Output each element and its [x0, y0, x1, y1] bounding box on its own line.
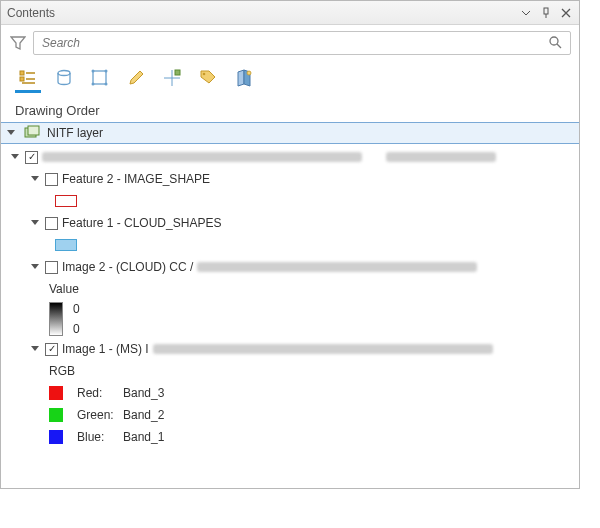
- table-row[interactable]: [5, 146, 575, 168]
- value-heading: Value: [49, 282, 79, 296]
- search-input[interactable]: [40, 35, 548, 51]
- feature2-label: Feature 2 - IMAGE_SHAPE: [62, 172, 210, 186]
- list-by-selection-button[interactable]: [87, 67, 113, 93]
- dropdown-icon[interactable]: [519, 6, 533, 20]
- blue-prefix: Blue:: [77, 430, 119, 444]
- list-by-labeling-button[interactable]: [195, 67, 221, 93]
- redacted-label: [42, 152, 362, 162]
- expand-toggle[interactable]: [29, 261, 41, 273]
- contents-toolbar: [1, 59, 579, 93]
- rgb-heading: RGB: [49, 364, 75, 378]
- red-prefix: Red:: [77, 386, 119, 400]
- blue-band: Band_1: [123, 430, 164, 444]
- visibility-checkbox[interactable]: [45, 173, 58, 186]
- search-icon[interactable]: [548, 35, 564, 51]
- svg-rect-17: [175, 70, 180, 75]
- expand-toggle[interactable]: [29, 173, 41, 185]
- svg-rect-21: [28, 126, 39, 135]
- autohide-pin-icon[interactable]: [539, 6, 553, 20]
- symbol-row[interactable]: [5, 234, 575, 256]
- gradient-swatch: [49, 302, 63, 336]
- svg-point-19: [247, 71, 251, 75]
- list-by-data-source-button[interactable]: [51, 67, 77, 93]
- svg-point-14: [105, 82, 108, 85]
- green-swatch: [49, 408, 63, 422]
- svg-rect-0: [544, 8, 548, 14]
- expand-toggle[interactable]: [29, 343, 41, 355]
- table-row[interactable]: Feature 1 - CLOUD_SHAPES: [5, 212, 575, 234]
- panel-titlebar: Contents: [1, 1, 579, 25]
- visibility-checkbox[interactable]: [45, 343, 58, 356]
- blue-swatch: [49, 430, 63, 444]
- svg-rect-4: [20, 71, 24, 75]
- rgb-red-row: Red: Band_3: [5, 382, 575, 404]
- red-band: Band_3: [123, 386, 164, 400]
- filter-icon[interactable]: [9, 34, 27, 52]
- rgb-green-row: Green: Band_2: [5, 404, 575, 426]
- rgb-blue-row: Blue: Band_1: [5, 426, 575, 448]
- table-row[interactable]: Image 1 - (MS) I: [5, 338, 575, 360]
- image2-label: Image 2 - (CLOUD) CC /: [62, 260, 193, 274]
- red-swatch: [49, 386, 63, 400]
- svg-point-9: [58, 70, 70, 75]
- close-icon[interactable]: [559, 6, 573, 20]
- table-row[interactable]: Feature 2 - IMAGE_SHAPE: [5, 168, 575, 190]
- value-min: 0: [73, 322, 80, 336]
- symbol-row[interactable]: [5, 190, 575, 212]
- nitf-layer-label: NITF layer: [47, 126, 103, 140]
- svg-rect-10: [93, 71, 106, 84]
- search-box[interactable]: [33, 31, 571, 55]
- group-layer-icon: [23, 124, 41, 142]
- nitf-layer-row[interactable]: NITF layer: [1, 122, 579, 144]
- expand-toggle[interactable]: [5, 127, 17, 139]
- svg-line-3: [557, 44, 561, 48]
- green-band: Band_2: [123, 408, 164, 422]
- symbol-swatch: [55, 239, 77, 251]
- visibility-checkbox[interactable]: [25, 151, 38, 164]
- svg-point-2: [550, 37, 558, 45]
- symbol-swatch: [55, 195, 77, 207]
- svg-point-12: [105, 69, 108, 72]
- table-row[interactable]: Image 2 - (CLOUD) CC /: [5, 256, 575, 278]
- svg-rect-6: [20, 77, 24, 81]
- list-by-drawing-order-button[interactable]: [15, 67, 41, 93]
- visibility-checkbox[interactable]: [45, 261, 58, 274]
- visibility-checkbox[interactable]: [45, 217, 58, 230]
- stretch-ramp-row: 0 0: [5, 300, 575, 338]
- redacted-label: [386, 152, 496, 162]
- svg-point-11: [92, 69, 95, 72]
- value-max: 0: [73, 302, 80, 316]
- value-heading-row: Value: [5, 278, 575, 300]
- expand-toggle[interactable]: [9, 151, 21, 163]
- rgb-heading-row: RGB: [5, 360, 575, 382]
- image1-label: Image 1 - (MS) I: [62, 342, 149, 356]
- layer-tree: Feature 2 - IMAGE_SHAPE Feature 1 - CLOU…: [1, 144, 579, 488]
- green-prefix: Green:: [77, 408, 119, 422]
- section-heading: Drawing Order: [1, 93, 579, 122]
- expand-toggle[interactable]: [29, 217, 41, 229]
- svg-point-18: [203, 72, 206, 75]
- svg-point-13: [92, 82, 95, 85]
- panel-title: Contents: [7, 6, 519, 20]
- feature1-label: Feature 1 - CLOUD_SHAPES: [62, 216, 221, 230]
- list-by-editing-button[interactable]: [123, 67, 149, 93]
- list-by-perspective-imagery-button[interactable]: [231, 67, 257, 93]
- list-by-snapping-button[interactable]: [159, 67, 185, 93]
- redacted-label: [197, 262, 477, 272]
- redacted-label: [153, 344, 493, 354]
